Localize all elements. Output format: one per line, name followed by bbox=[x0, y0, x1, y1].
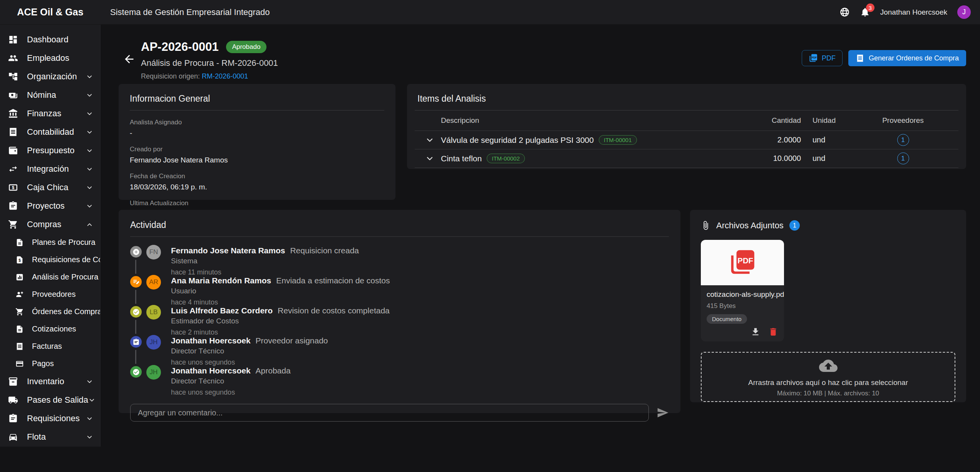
document-dollar-icon bbox=[15, 256, 24, 264]
assigned-status-icon bbox=[130, 336, 142, 348]
sidebar-item-flota[interactable]: Flota bbox=[0, 428, 100, 446]
general-info-card: Informacion General Analista Asignado- C… bbox=[119, 84, 395, 200]
attachments-header: Archivos Adjuntos 1 bbox=[701, 220, 955, 231]
sidebar-item-facturas[interactable]: Facturas bbox=[0, 338, 100, 355]
providers-count-badge[interactable]: 1 bbox=[897, 152, 909, 164]
field-value: 18/03/2026, 06:19 p. m. bbox=[130, 183, 384, 191]
check-circle-icon bbox=[132, 308, 140, 316]
sidebar-item-label: Facturas bbox=[32, 342, 93, 351]
delete-file-button[interactable] bbox=[768, 327, 778, 337]
user-avatar[interactable]: J bbox=[957, 5, 971, 19]
pdf-icon bbox=[809, 54, 818, 63]
avatar: JH bbox=[146, 365, 161, 380]
sidebar-item-presupuesto[interactable]: Presupuesto bbox=[0, 141, 100, 160]
sidebar-item-ordenes-de-compra[interactable]: Órdenes de Compra bbox=[0, 303, 100, 320]
info-field: Fecha de Creacion18/03/2026, 06:19 p. m. bbox=[130, 172, 384, 191]
sidebar-item-label: Integración bbox=[27, 164, 86, 174]
cashbox-icon bbox=[8, 182, 18, 192]
chevron-down-icon bbox=[86, 92, 93, 99]
sidebar-item-planes-de-procura[interactable]: Planes de Procura bbox=[0, 234, 100, 251]
actor-name: Luis Alfredo Baez Cordero bbox=[171, 306, 273, 315]
sidebar-item-compras[interactable]: Compras bbox=[0, 215, 100, 234]
clipboard-icon bbox=[8, 413, 18, 423]
actor-role: Director Técnico bbox=[171, 347, 328, 355]
chevron-down-icon bbox=[86, 129, 93, 136]
chevron-down-icon bbox=[86, 110, 93, 117]
sidebar-item-pases-de-salida[interactable]: Pases de Salida bbox=[0, 391, 100, 409]
sidebar-item-dashboard[interactable]: Dashboard bbox=[0, 30, 100, 49]
activity-timeline: FN Fernando Jose Natera RamosRequisicion… bbox=[130, 246, 669, 396]
pdf-button-label: PDF bbox=[822, 54, 836, 62]
file-size: 415 Bytes bbox=[707, 302, 778, 310]
avatar: LB bbox=[146, 305, 161, 320]
origin-line: Requisicion origen: RM-2026-0001 bbox=[141, 72, 278, 80]
providers-count-badge[interactable]: 1 bbox=[897, 134, 909, 146]
app-title: Sistema de Gestión Empresarial Integrado bbox=[110, 7, 270, 17]
sidebar-item-proyectos[interactable]: Proyectos bbox=[0, 197, 100, 215]
sidebar-item-requisiciones-de-compra[interactable]: Requisiciones de Compra bbox=[0, 251, 100, 268]
top-bar: ACE Oil & Gas Sistema de Gestión Empresa… bbox=[0, 0, 980, 25]
generate-purchase-orders-button[interactable]: Generar Ordenes de Compra bbox=[848, 50, 966, 66]
supplier-icon bbox=[15, 290, 24, 299]
sidebar-item-finanzas[interactable]: Finanzas bbox=[0, 104, 100, 123]
expand-row-button[interactable] bbox=[423, 134, 436, 147]
sidebar-item-requisiciones[interactable]: Requisiciones bbox=[0, 409, 100, 428]
origin-label: Requisicion origen: bbox=[141, 72, 200, 80]
sidebar-item-pagos[interactable]: Pagos bbox=[0, 355, 100, 372]
sidebar-item-analisis-de-procura[interactable]: Análisis de Procura bbox=[0, 268, 100, 286]
file-dropzone[interactable]: Arrastra archivos aquí o haz clic para s… bbox=[701, 352, 955, 402]
attachment-file-card[interactable]: cotizacion-als-supply.pdf 415 Bytes Docu… bbox=[701, 240, 784, 341]
sidebar-item-proveedores[interactable]: Proveedores bbox=[0, 286, 100, 303]
actor-role: Director Técnico bbox=[171, 377, 291, 385]
back-button[interactable] bbox=[123, 53, 136, 65]
action-text: Aprobada bbox=[256, 366, 291, 375]
timestamp: hace unos segundos bbox=[171, 388, 291, 396]
document-icon bbox=[15, 325, 24, 333]
sidebar-item-caja-chica[interactable]: Caja Chica bbox=[0, 178, 100, 197]
sidebar-item-contabilidad[interactable]: Contabilidad bbox=[0, 123, 100, 141]
sidebar-item-label: Dashboard bbox=[27, 35, 93, 45]
download-file-button[interactable] bbox=[750, 327, 761, 337]
comment-input[interactable] bbox=[130, 404, 649, 422]
sidebar-item-label: Análisis de Procura bbox=[32, 273, 98, 281]
attachments-count-badge: 1 bbox=[789, 220, 800, 231]
clipboard-icon bbox=[132, 338, 140, 346]
activity-entry: JH Jonathan HoercsoekProveedor asignado … bbox=[130, 336, 669, 366]
review-complete-status-icon bbox=[130, 306, 142, 318]
dropzone-instructions: Arrastra archivos aquí o haz clic para s… bbox=[748, 378, 908, 387]
dashboard-icon bbox=[8, 35, 18, 45]
sidebar-item-label: Caja Chica bbox=[27, 182, 86, 192]
back-arrow-icon bbox=[123, 53, 136, 65]
page-title: AP-2026-0001 bbox=[141, 40, 219, 54]
origin-link[interactable]: RM-2026-0001 bbox=[202, 72, 248, 80]
action-text: Proveedor asignado bbox=[256, 336, 328, 345]
sidebar-item-nomina[interactable]: Nómina bbox=[0, 86, 100, 104]
user-name: Jonathan Hoercsoek bbox=[880, 8, 947, 17]
card-title: Informacion General bbox=[130, 94, 384, 104]
sidebar-item-label: Compras bbox=[27, 219, 86, 229]
document-icon bbox=[15, 238, 24, 247]
sidebar-item-label: Órdenes de Compra bbox=[32, 307, 101, 316]
attachments-title: Archivos Adjuntos bbox=[716, 221, 784, 231]
chevron-down-icon bbox=[86, 73, 93, 80]
inventory-icon bbox=[8, 377, 18, 387]
info-field: Creado porFernando Jose Natera Ramos bbox=[130, 146, 384, 164]
chevron-down-icon bbox=[86, 147, 93, 154]
table-row: Cinta teflonITM-00002 10.0000 und 1 bbox=[415, 149, 958, 168]
sidebar-item-cotizaciones[interactable]: Cotizaciones bbox=[0, 320, 100, 338]
expand-row-button[interactable] bbox=[423, 152, 436, 165]
sidebar-item-empleados[interactable]: Empleados bbox=[0, 49, 100, 67]
generate-button-label: Generar Ordenes de Compra bbox=[869, 54, 959, 62]
sidebar-item-organizacion[interactable]: Organización bbox=[0, 67, 100, 86]
actor-name: Jonathan Hoercsoek bbox=[171, 336, 251, 345]
pdf-button[interactable]: PDF bbox=[802, 50, 843, 66]
sidebar-item-inventario[interactable]: Inventario bbox=[0, 372, 100, 391]
chevron-down-icon bbox=[88, 397, 95, 404]
sidebar-item-integracion[interactable]: Integración bbox=[0, 160, 100, 178]
chevron-down-icon bbox=[425, 154, 434, 163]
globe-icon[interactable] bbox=[839, 7, 850, 17]
chevron-down-icon bbox=[425, 136, 434, 145]
check-circle-icon bbox=[132, 368, 140, 376]
notifications-button[interactable]: 3 bbox=[860, 7, 870, 17]
send-comment-button[interactable] bbox=[657, 407, 669, 419]
